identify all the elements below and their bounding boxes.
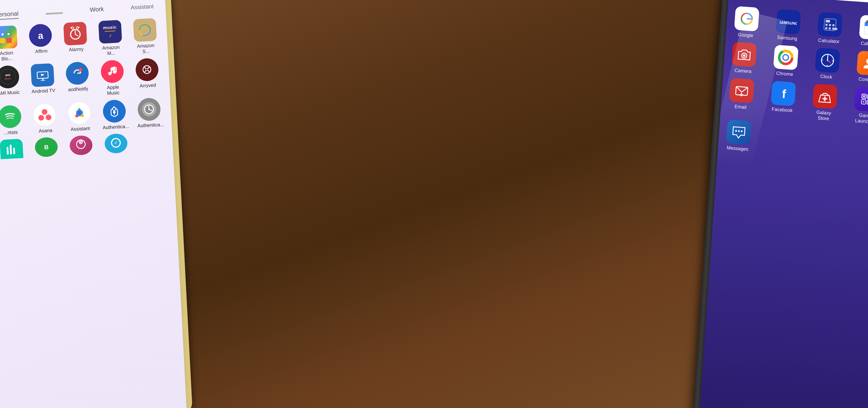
- left-phone: Personal Work Assistant: [0, 0, 193, 408]
- right-app-item-game-launcher[interactable]: Game Launcher: [845, 86, 868, 126]
- svg-rect-117: [867, 100, 868, 104]
- left-phone-inner: Personal Work Assistant: [0, 0, 190, 408]
- app-grid-row4: B: [0, 131, 170, 160]
- svg-point-124: [741, 130, 743, 132]
- app-item-partial4[interactable]: ✓: [99, 133, 133, 154]
- app-label-android-tv: Android TV: [31, 88, 55, 94]
- app-label-aod-notify: aodNotify: [68, 86, 88, 93]
- right-app-item-google[interactable]: Google: [726, 6, 767, 39]
- app-item-assistant[interactable]: Assistant: [62, 101, 97, 132]
- scene: Personal Work Assistant: [0, 0, 868, 408]
- app-item-authenticator2[interactable]: Authentica...: [132, 97, 166, 129]
- svg-point-42: [41, 109, 48, 115]
- svg-point-123: [738, 130, 740, 132]
- svg-point-53: [113, 107, 116, 111]
- app-label-amazon-music: Amazon M...: [98, 44, 124, 57]
- app-label-arryved: Arryved: [140, 82, 156, 89]
- svg-point-116: [863, 101, 864, 102]
- tab-work[interactable]: Work: [90, 6, 104, 15]
- right-app-label-game-launcher: Game Launcher: [852, 112, 868, 125]
- right-app-grid: Google SAMSUNG Samsung: [716, 5, 868, 162]
- svg-rect-73: [832, 24, 835, 27]
- app-item-spotify[interactable]: ...rtists: [0, 104, 27, 136]
- svg-line-9: [75, 31, 75, 34]
- svg-point-41: [2, 109, 17, 124]
- svg-point-14: [76, 27, 79, 29]
- right-app-item-contacts[interactable]: Contacts: [848, 50, 868, 84]
- app-label-affirm: Affirm: [35, 48, 48, 55]
- svg-rect-2: [0, 38, 5, 43]
- app-item-android-tv[interactable]: Android TV: [26, 63, 60, 100]
- app-item-authenticator1[interactable]: Authentica...: [97, 99, 131, 131]
- app-label-asana: Asana: [39, 127, 53, 134]
- app-item-alarmy[interactable]: Alarmy: [58, 22, 93, 59]
- app-label-action-blo: Action Blo...: [0, 50, 20, 62]
- right-app-label-messages: Messages: [726, 145, 749, 152]
- svg-text:B: B: [44, 144, 49, 151]
- search-bar[interactable]: 🔍 Search phone: [727, 0, 868, 4]
- svg-rect-74: [825, 27, 827, 29]
- svg-rect-76: [832, 27, 838, 30]
- svg-point-31: [105, 64, 120, 79]
- app-item-aod-notify[interactable]: aodNotify: [61, 61, 95, 98]
- app-grid-row1: Action Blo... a Affirm: [0, 18, 165, 63]
- app-item-partial1[interactable]: [0, 138, 28, 159]
- svg-text:a: a: [38, 30, 44, 41]
- svg-text:f: f: [781, 87, 786, 101]
- right-app-item-calendar[interactable]: 17 17 Calendar: [851, 14, 868, 48]
- svg-rect-81: [866, 20, 868, 23]
- svg-rect-75: [829, 27, 831, 30]
- right-app-item-chrome[interactable]: Chrome: [765, 44, 806, 78]
- right-app-item-samsung[interactable]: SAMSUNG Samsung: [768, 8, 809, 42]
- app-item-ami-music[interactable]: ami Music AMI Music: [0, 65, 25, 102]
- app-item-action-blo[interactable]: Action Blo...: [0, 25, 23, 62]
- svg-point-40: [146, 68, 148, 71]
- svg-line-10: [75, 34, 78, 36]
- app-item-partial3[interactable]: [64, 135, 98, 156]
- tab-assistant[interactable]: Assistant: [131, 3, 154, 13]
- app-grid-row3: ...rtists Asana: [0, 97, 168, 136]
- right-app-item-messages[interactable]: Messages: [718, 119, 759, 153]
- svg-rect-71: [825, 24, 828, 26]
- right-app-item-clock[interactable]: Clock: [807, 47, 848, 81]
- svg-rect-4: [1, 33, 3, 35]
- svg-point-13: [71, 27, 74, 29]
- app-label-artists: ...rtists: [3, 129, 18, 136]
- app-item-amazon-s[interactable]: Amazon S...: [128, 18, 162, 55]
- right-app-item-facebook[interactable]: f Facebook: [762, 80, 804, 120]
- app-item-affirm[interactable]: a Affirm: [24, 23, 58, 61]
- right-app-label-camera: Camera: [734, 68, 752, 74]
- app-grid-row2: ami Music AMI Music: [0, 57, 167, 102]
- svg-point-122: [735, 130, 737, 132]
- app-label-authenticator1: Authentica...: [102, 124, 128, 130]
- svg-line-93: [827, 56, 828, 61]
- svg-rect-25: [41, 80, 45, 81]
- right-app-item-camera[interactable]: Camera: [723, 41, 765, 75]
- app-item-asana[interactable]: Asana: [28, 103, 62, 134]
- app-label-assistant: Assistant: [70, 126, 90, 132]
- svg-rect-72: [829, 24, 831, 26]
- app-item-apple-music[interactable]: Apple Music: [95, 59, 130, 97]
- app-item-arryved[interactable]: Arryved: [130, 58, 165, 95]
- right-app-label-chrome: Chrome: [776, 70, 793, 77]
- tab-personal[interactable]: Personal: [0, 10, 19, 20]
- right-app-label-google: Google: [738, 32, 753, 38]
- right-app-label-clock: Clock: [820, 74, 833, 80]
- svg-point-85: [743, 54, 745, 57]
- svg-rect-3: [6, 38, 12, 43]
- right-app-item-email[interactable]: Email: [720, 77, 762, 117]
- right-app-label-calendar: Calendar: [861, 40, 868, 48]
- svg-point-100: [866, 58, 868, 65]
- right-app-item-galaxy-store[interactable]: Galaxy Store: [804, 83, 845, 123]
- app-label-authenticator2: Authentica...: [137, 122, 162, 129]
- app-item-amazon-music[interactable]: music ♪ Amazon M...: [93, 20, 128, 57]
- app-label-apple-music: Apple Music: [100, 84, 126, 97]
- app-label-alarmy: Alarmy: [68, 46, 84, 53]
- left-phone-screen: Personal Work Assistant: [0, 0, 190, 408]
- svg-text:Music: Music: [4, 77, 11, 80]
- right-app-label-calculator: Calculator: [818, 37, 840, 44]
- app-item-partial2[interactable]: B: [30, 136, 63, 158]
- svg-line-67: [747, 19, 752, 19]
- right-app-item-calculator[interactable]: Calculator: [809, 11, 850, 45]
- right-app-label-galaxy-store: Galaxy Store: [810, 109, 837, 122]
